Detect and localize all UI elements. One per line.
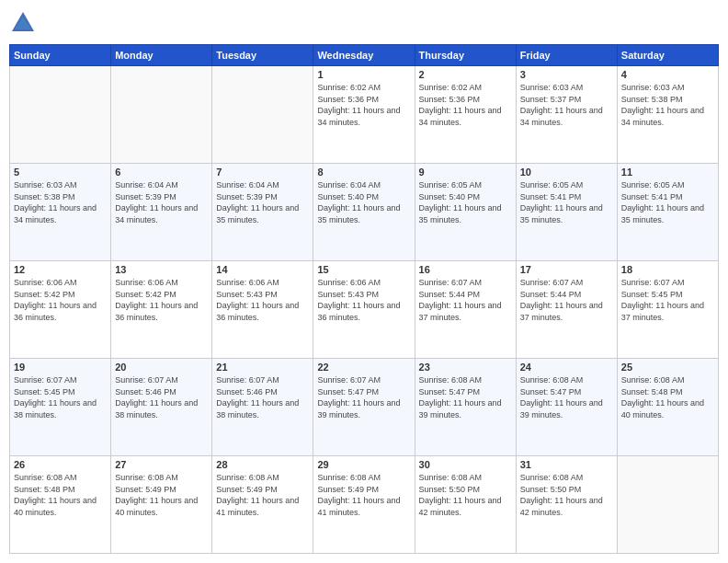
calendar-cell <box>212 66 313 164</box>
calendar-cell: 29Sunrise: 6:08 AMSunset: 5:49 PMDayligh… <box>313 456 415 554</box>
calendar-cell: 15Sunrise: 6:06 AMSunset: 5:43 PMDayligh… <box>313 261 415 359</box>
day-info: Sunrise: 6:02 AMSunset: 5:36 PMDaylight:… <box>317 82 410 128</box>
day-info: Sunrise: 6:05 AMSunset: 5:41 PMDaylight:… <box>520 179 613 225</box>
calendar-cell: 3Sunrise: 6:03 AMSunset: 5:37 PMDaylight… <box>516 66 617 164</box>
day-number: 10 <box>520 167 613 178</box>
day-info: Sunrise: 6:06 AMSunset: 5:42 PMDaylight:… <box>14 277 107 323</box>
day-info: Sunrise: 6:06 AMSunset: 5:43 PMDaylight:… <box>216 277 309 323</box>
day-number: 21 <box>216 362 309 373</box>
day-number: 22 <box>317 362 410 373</box>
calendar-cell: 19Sunrise: 6:07 AMSunset: 5:45 PMDayligh… <box>10 359 111 456</box>
weekday-header: Thursday <box>415 45 516 66</box>
weekday-header: Tuesday <box>212 45 313 66</box>
calendar-cell: 11Sunrise: 6:05 AMSunset: 5:41 PMDayligh… <box>617 164 718 261</box>
day-info: Sunrise: 6:08 AMSunset: 5:50 PMDaylight:… <box>419 472 512 518</box>
day-number: 11 <box>621 167 714 178</box>
day-number: 18 <box>621 264 714 275</box>
calendar-cell: 31Sunrise: 6:08 AMSunset: 5:50 PMDayligh… <box>516 456 617 554</box>
weekday-header-row: SundayMondayTuesdayWednesdayThursdayFrid… <box>10 45 719 66</box>
day-number: 19 <box>14 362 107 373</box>
logo <box>9 9 40 37</box>
calendar-week-row: 12Sunrise: 6:06 AMSunset: 5:42 PMDayligh… <box>10 261 719 359</box>
weekday-header: Wednesday <box>313 45 415 66</box>
calendar-cell: 14Sunrise: 6:06 AMSunset: 5:43 PMDayligh… <box>212 261 313 359</box>
day-info: Sunrise: 6:04 AMSunset: 5:40 PMDaylight:… <box>317 179 410 225</box>
day-info: Sunrise: 6:07 AMSunset: 5:44 PMDaylight:… <box>520 277 613 323</box>
calendar-cell: 4Sunrise: 6:03 AMSunset: 5:38 PMDaylight… <box>617 66 718 164</box>
day-number: 1 <box>317 69 410 80</box>
day-number: 9 <box>419 167 512 178</box>
day-info: Sunrise: 6:07 AMSunset: 5:45 PMDaylight:… <box>14 374 107 420</box>
day-info: Sunrise: 6:05 AMSunset: 5:40 PMDaylight:… <box>419 179 512 225</box>
day-number: 14 <box>216 264 309 275</box>
day-number: 7 <box>216 167 309 178</box>
day-info: Sunrise: 6:04 AMSunset: 5:39 PMDaylight:… <box>216 179 309 225</box>
day-info: Sunrise: 6:08 AMSunset: 5:48 PMDaylight:… <box>14 472 107 518</box>
day-number: 20 <box>115 362 208 373</box>
calendar-cell: 24Sunrise: 6:08 AMSunset: 5:47 PMDayligh… <box>516 359 617 456</box>
calendar-cell: 30Sunrise: 6:08 AMSunset: 5:50 PMDayligh… <box>415 456 516 554</box>
calendar-cell: 7Sunrise: 6:04 AMSunset: 5:39 PMDaylight… <box>212 164 313 261</box>
calendar-cell: 21Sunrise: 6:07 AMSunset: 5:46 PMDayligh… <box>212 359 313 456</box>
day-number: 28 <box>216 459 309 470</box>
calendar-cell: 13Sunrise: 6:06 AMSunset: 5:42 PMDayligh… <box>111 261 212 359</box>
day-info: Sunrise: 6:07 AMSunset: 5:45 PMDaylight:… <box>621 277 714 323</box>
day-info: Sunrise: 6:03 AMSunset: 5:37 PMDaylight:… <box>520 82 613 128</box>
day-number: 27 <box>115 459 208 470</box>
calendar-week-row: 26Sunrise: 6:08 AMSunset: 5:48 PMDayligh… <box>10 456 719 554</box>
calendar-table: SundayMondayTuesdayWednesdayThursdayFrid… <box>9 44 719 554</box>
weekday-header: Saturday <box>617 45 718 66</box>
calendar-cell: 5Sunrise: 6:03 AMSunset: 5:38 PMDaylight… <box>10 164 111 261</box>
calendar-cell: 22Sunrise: 6:07 AMSunset: 5:47 PMDayligh… <box>313 359 415 456</box>
day-number: 29 <box>317 459 410 470</box>
calendar-cell <box>617 456 718 554</box>
day-number: 2 <box>419 69 512 80</box>
day-info: Sunrise: 6:04 AMSunset: 5:39 PMDaylight:… <box>115 179 208 225</box>
day-number: 16 <box>419 264 512 275</box>
calendar-cell: 10Sunrise: 6:05 AMSunset: 5:41 PMDayligh… <box>516 164 617 261</box>
day-number: 4 <box>621 69 714 80</box>
day-info: Sunrise: 6:07 AMSunset: 5:44 PMDaylight:… <box>419 277 512 323</box>
calendar-cell: 1Sunrise: 6:02 AMSunset: 5:36 PMDaylight… <box>313 66 415 164</box>
day-number: 23 <box>419 362 512 373</box>
day-number: 5 <box>14 167 107 178</box>
day-number: 13 <box>115 264 208 275</box>
calendar-week-row: 5Sunrise: 6:03 AMSunset: 5:38 PMDaylight… <box>10 164 719 261</box>
calendar-cell <box>10 66 111 164</box>
calendar-cell: 23Sunrise: 6:08 AMSunset: 5:47 PMDayligh… <box>415 359 516 456</box>
header <box>9 9 719 37</box>
calendar-week-row: 1Sunrise: 6:02 AMSunset: 5:36 PMDaylight… <box>10 66 719 164</box>
day-info: Sunrise: 6:08 AMSunset: 5:50 PMDaylight:… <box>520 472 613 518</box>
calendar-cell: 16Sunrise: 6:07 AMSunset: 5:44 PMDayligh… <box>415 261 516 359</box>
day-number: 12 <box>14 264 107 275</box>
calendar-cell: 17Sunrise: 6:07 AMSunset: 5:44 PMDayligh… <box>516 261 617 359</box>
calendar-cell: 25Sunrise: 6:08 AMSunset: 5:48 PMDayligh… <box>617 359 718 456</box>
day-info: Sunrise: 6:03 AMSunset: 5:38 PMDaylight:… <box>14 179 107 225</box>
calendar-cell: 18Sunrise: 6:07 AMSunset: 5:45 PMDayligh… <box>617 261 718 359</box>
weekday-header: Sunday <box>10 45 111 66</box>
day-number: 30 <box>419 459 512 470</box>
day-number: 15 <box>317 264 410 275</box>
calendar-cell: 6Sunrise: 6:04 AMSunset: 5:39 PMDaylight… <box>111 164 212 261</box>
calendar-cell: 26Sunrise: 6:08 AMSunset: 5:48 PMDayligh… <box>10 456 111 554</box>
calendar-cell: 2Sunrise: 6:02 AMSunset: 5:36 PMDaylight… <box>415 66 516 164</box>
calendar-cell: 9Sunrise: 6:05 AMSunset: 5:40 PMDaylight… <box>415 164 516 261</box>
calendar-cell: 8Sunrise: 6:04 AMSunset: 5:40 PMDaylight… <box>313 164 415 261</box>
weekday-header: Friday <box>516 45 617 66</box>
day-number: 17 <box>520 264 613 275</box>
day-info: Sunrise: 6:07 AMSunset: 5:46 PMDaylight:… <box>115 374 208 420</box>
calendar-week-row: 19Sunrise: 6:07 AMSunset: 5:45 PMDayligh… <box>10 359 719 456</box>
weekday-header: Monday <box>111 45 212 66</box>
day-number: 26 <box>14 459 107 470</box>
day-number: 8 <box>317 167 410 178</box>
day-info: Sunrise: 6:08 AMSunset: 5:49 PMDaylight:… <box>317 472 410 518</box>
day-number: 3 <box>520 69 613 80</box>
day-number: 31 <box>520 459 613 470</box>
calendar-cell: 12Sunrise: 6:06 AMSunset: 5:42 PMDayligh… <box>10 261 111 359</box>
day-number: 24 <box>520 362 613 373</box>
day-number: 25 <box>621 362 714 373</box>
day-info: Sunrise: 6:07 AMSunset: 5:46 PMDaylight:… <box>216 374 309 420</box>
day-info: Sunrise: 6:06 AMSunset: 5:43 PMDaylight:… <box>317 277 410 323</box>
day-info: Sunrise: 6:02 AMSunset: 5:36 PMDaylight:… <box>419 82 512 128</box>
calendar-cell: 27Sunrise: 6:08 AMSunset: 5:49 PMDayligh… <box>111 456 212 554</box>
